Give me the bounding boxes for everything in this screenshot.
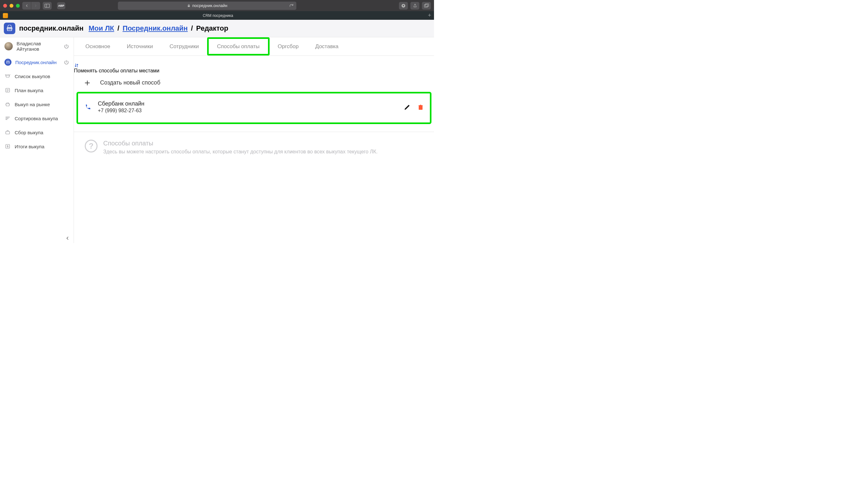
list-icon (4, 87, 11, 93)
sidebar-item-plan[interactable]: План выкупа (0, 83, 73, 97)
hint-title: Способы оплаты (103, 140, 378, 147)
tab-delivery[interactable]: Доставка (307, 37, 347, 56)
svg-rect-0 (45, 4, 50, 7)
main-area: Основное Источники Сотрудники Способы оп… (74, 37, 434, 243)
app-brand-name: посредник.онлайн (19, 24, 84, 32)
tabs: Основное Источники Сотрудники Способы оп… (74, 37, 434, 56)
downloads-button[interactable] (399, 2, 408, 9)
tab-orgfee[interactable]: Оргсбор (270, 37, 307, 56)
create-label: Создать новый способ (100, 79, 160, 86)
lock-icon (187, 3, 191, 8)
briefcase-icon (4, 129, 11, 136)
sidebar-toggle-button[interactable] (43, 2, 52, 9)
tab-favicon (0, 11, 11, 20)
url-text: посредник.онлайн (192, 3, 227, 8)
sidebar-item-totals[interactable]: $ Итоги выкупа (0, 139, 73, 153)
breadcrumb-root-link[interactable]: Мои ЛК (89, 24, 114, 32)
sidebar-item-label: Итоги выкупа (15, 144, 69, 149)
svg-rect-2 (188, 5, 190, 7)
sort-icon (4, 115, 11, 121)
sidebar-item-label: Сбор выкупа (15, 130, 69, 135)
browser-tab-strip: CRM посредника + (0, 11, 434, 20)
new-tab-button[interactable]: + (425, 11, 434, 20)
sidebar-item-market[interactable]: Выкуп на рынке (0, 97, 73, 111)
tab-payment-methods[interactable]: Способы оплаты (207, 37, 269, 56)
power-icon[interactable] (64, 44, 69, 49)
breadcrumb-mid-link[interactable]: Посредник.онлайн (123, 24, 188, 32)
sidebar-item-sort[interactable]: Сортировка выкупа (0, 111, 73, 125)
nav-back-button[interactable] (22, 2, 31, 9)
delete-button[interactable] (418, 104, 424, 110)
breadcrumb-leaf: Редактор (196, 24, 228, 32)
sidebar-item-posrednik[interactable]: Посредник.онлайн (0, 55, 73, 69)
content: Поменять способы оплаты местами Создать … (74, 56, 434, 243)
tabs-button[interactable] (422, 2, 431, 9)
payment-method-card[interactable]: Сбербанк онлайн +7 (999) 982-27-63 (76, 92, 431, 124)
payment-name: Сбербанк онлайн (98, 101, 144, 107)
hint-text: Здесь вы можете настроить способы оплаты… (103, 149, 378, 155)
hint-block: ? Способы оплаты Здесь вы можете настрои… (74, 132, 434, 162)
sidebar-user-row[interactable]: Владислав Айтуганов (0, 37, 73, 55)
window-controls (3, 4, 20, 8)
store-icon (4, 59, 11, 66)
avatar (4, 42, 13, 50)
share-button[interactable] (410, 2, 419, 9)
sidebar-item-label: Сортировка выкупа (15, 116, 69, 121)
plus-icon (84, 80, 91, 86)
sidebar-item-label: Список выкупов (15, 74, 69, 79)
sidebar-item-list[interactable]: Список выкупов (0, 69, 73, 83)
reorder-label: Поменять способы оплаты местами (74, 68, 159, 73)
browser-tab-title[interactable]: CRM посредника (11, 11, 425, 20)
money-icon: $ (4, 143, 11, 149)
reorder-payments-button[interactable]: Поменять способы оплаты местами (74, 63, 434, 74)
tab-sources[interactable]: Источники (119, 37, 161, 56)
svg-rect-4 (424, 4, 428, 7)
sidebar-user-name: Владислав Айтуганов (17, 41, 60, 52)
question-icon: ? (85, 140, 97, 152)
app-header: посредник.онлайн Мои ЛК / Посредник.онла… (0, 20, 434, 37)
window-minimize-button[interactable] (9, 4, 13, 8)
sidebar-item-label: Посредник.онлайн (15, 60, 60, 65)
payment-subtitle: +7 (999) 982-27-63 (98, 108, 144, 114)
sidebar-item-label: Выкуп на рынке (15, 102, 69, 107)
sidebar-item-label: План выкупа (15, 88, 69, 93)
sidebar-item-collect[interactable]: Сбор выкупа (0, 125, 73, 139)
phone-icon (85, 104, 91, 111)
breadcrumb: Мои ЛК / Посредник.онлайн / Редактор (89, 24, 228, 32)
window-maximize-button[interactable] (16, 4, 20, 8)
browser-toolbar: ABP посредник.онлайн (0, 0, 434, 11)
abp-extension-icon[interactable]: ABP (57, 2, 65, 9)
edit-button[interactable] (404, 104, 411, 111)
svg-text:$: $ (7, 145, 9, 148)
sidebar-collapse-button[interactable] (65, 236, 70, 240)
reload-icon[interactable] (289, 3, 294, 8)
tab-staff[interactable]: Сотрудники (161, 37, 207, 56)
sidebar: Владислав Айтуганов Посредник.онлайн Спи… (0, 37, 74, 243)
app-logo-icon[interactable] (4, 23, 15, 34)
window-close-button[interactable] (3, 4, 7, 8)
nav-buttons (22, 2, 40, 9)
create-payment-button[interactable]: Создать новый способ (74, 74, 434, 92)
svg-rect-5 (425, 4, 429, 6)
nav-forward-button[interactable] (31, 2, 40, 9)
cart-icon (4, 73, 11, 79)
swap-vertical-icon (74, 63, 434, 68)
power-icon[interactable] (64, 60, 69, 65)
tab-main[interactable]: Основное (77, 37, 119, 56)
address-bar[interactable]: посредник.онлайн (118, 2, 296, 10)
basket-icon (4, 101, 11, 108)
svg-rect-7 (6, 132, 9, 134)
